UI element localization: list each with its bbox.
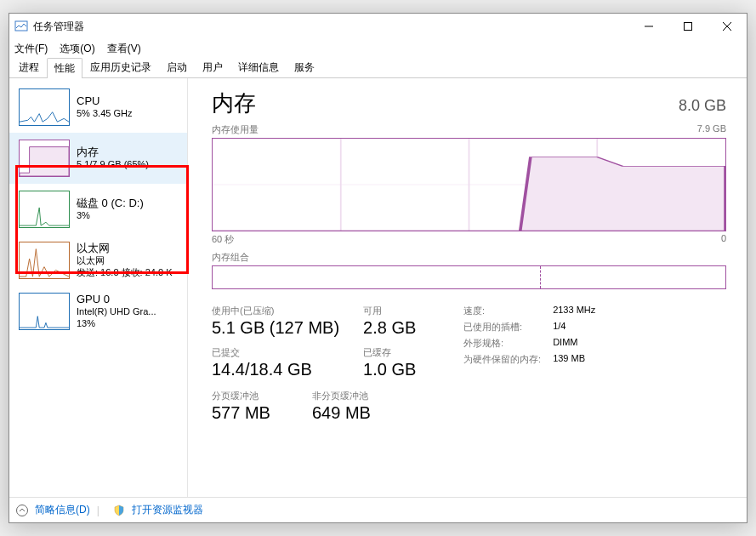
tab-users[interactable]: 用户 [195, 57, 230, 77]
disk-thumb-icon [19, 191, 70, 228]
sidebar-item-cpu[interactable]: CPU 5% 3.45 GHz [9, 82, 187, 133]
hwreserved-key: 为硬件保留的内存: [463, 353, 541, 366]
tab-app-history[interactable]: 应用历史记录 [82, 57, 159, 77]
committed-value: 14.4/18.4 GB [212, 360, 339, 379]
sidebar-item-sub2: 13% [77, 317, 156, 329]
sidebar-item-label: 以太网 [77, 242, 173, 254]
page-title: 内存 [212, 88, 256, 118]
sidebar-item-label: CPU [77, 95, 132, 107]
sidebar-item-sub: Intel(R) UHD Gra... [77, 305, 156, 317]
form-key: 外形规格: [463, 337, 541, 350]
sidebar-item-gpu[interactable]: GPU 0 Intel(R) UHD Gra... 13% [9, 286, 187, 337]
tab-processes[interactable]: 进程 [11, 57, 47, 77]
window-title: 任务管理器 [33, 20, 629, 34]
menu-view[interactable]: 查看(V) [107, 42, 141, 56]
app-icon [14, 20, 28, 33]
committed-label: 已提交 [212, 346, 339, 359]
sidebar-item-sub2: 发送: 16.0 接收: 24.0 K [77, 266, 173, 278]
sidebar-item-ethernet[interactable]: 以太网 以太网 发送: 16.0 接收: 24.0 K [9, 235, 187, 286]
available-value: 2.8 GB [363, 318, 440, 338]
close-button[interactable] [708, 14, 747, 39]
slots-key: 已使用的插槽: [463, 321, 541, 334]
cpu-thumb-icon [19, 88, 70, 126]
chevron-up-icon[interactable] [16, 505, 28, 516]
memory-thumb-icon [19, 140, 70, 177]
sidebar-item-memory[interactable]: 内存 5.1/7.9 GB (65%) [9, 133, 187, 184]
maximize-button[interactable] [668, 14, 708, 39]
memory-composition-bar[interactable] [212, 265, 726, 289]
titlebar[interactable]: 任务管理器 [9, 14, 747, 39]
composition-seg-inuse [213, 266, 541, 288]
inuse-value: 5.1 GB (127 MB) [212, 318, 339, 338]
tab-services[interactable]: 服务 [287, 57, 322, 77]
tab-details[interactable]: 详细信息 [230, 57, 287, 77]
menu-options[interactable]: 选项(O) [60, 42, 94, 56]
resource-monitor-link[interactable]: 打开资源监视器 [132, 503, 203, 517]
nonpaged-label: 非分页缓冲池 [312, 390, 389, 402]
x-axis-left: 60 秒 [212, 233, 234, 246]
paged-label: 分页缓冲池 [212, 390, 288, 402]
svg-rect-2 [685, 23, 692, 31]
usage-graph-max: 7.9 GB [697, 123, 726, 136]
sidebar-item-sub: 3% [77, 209, 144, 221]
sidebar: CPU 5% 3.45 GHz 内存 5.1/7.9 GB (65%) [9, 78, 188, 497]
form-val: DIMM [553, 337, 595, 350]
sidebar-item-disk[interactable]: 磁盘 0 (C: D:) 3% [9, 184, 187, 235]
x-axis-right: 0 [721, 233, 726, 246]
inuse-label: 使用中(已压缩) [212, 305, 339, 317]
cached-value: 1.0 GB [363, 360, 440, 379]
composition-seg-free [541, 266, 725, 288]
speed-key: 速度: [463, 305, 541, 317]
statusbar: 简略信息(D) | 打开资源监视器 [9, 497, 747, 522]
tab-startup[interactable]: 启动 [159, 57, 195, 77]
paged-value: 577 MB [212, 403, 288, 423]
task-manager-window: 任务管理器 文件(F) 选项(O) 查看(V) 进程 性能 应用历史记录 启动 … [9, 13, 747, 523]
tabbar: 进程 性能 应用历史记录 启动 用户 详细信息 服务 [9, 58, 747, 78]
sidebar-item-label: GPU 0 [77, 294, 156, 305]
speed-val: 2133 MHz [553, 305, 595, 317]
sidebar-item-sub: 5.1/7.9 GB (65%) [77, 158, 149, 170]
sidebar-item-sub: 5% 3.45 GHz [77, 107, 132, 119]
menubar: 文件(F) 选项(O) 查看(V) [9, 39, 747, 58]
tab-performance[interactable]: 性能 [47, 58, 82, 78]
shield-icon [113, 505, 125, 516]
ethernet-thumb-icon [19, 242, 70, 279]
minimize-button[interactable] [629, 14, 668, 39]
sidebar-item-label: 磁盘 0 (C: D:) [77, 197, 144, 209]
composition-label: 内存组合 [212, 251, 249, 264]
main-panel: 内存 8.0 GB 内存使用量 7.9 GB 60 秒 0 [188, 78, 747, 497]
slots-val: 1/4 [553, 321, 595, 334]
sidebar-item-sub: 以太网 [77, 254, 173, 266]
total-memory: 8.0 GB [679, 97, 726, 115]
gpu-thumb-icon [19, 293, 70, 330]
cached-label: 已缓存 [363, 346, 440, 359]
menu-file[interactable]: 文件(F) [14, 42, 48, 56]
hwreserved-val: 139 MB [553, 353, 595, 366]
sidebar-item-label: 内存 [77, 146, 149, 158]
nonpaged-value: 649 MB [312, 403, 389, 423]
memory-details-kv: 速度:2133 MHz 已使用的插槽:1/4 外形规格:DIMM 为硬件保留的内… [463, 305, 595, 379]
available-label: 可用 [363, 305, 440, 317]
fewer-details-link[interactable]: 简略信息(D) [35, 503, 90, 517]
memory-usage-graph[interactable] [212, 138, 726, 231]
usage-graph-label: 内存使用量 [212, 123, 259, 136]
